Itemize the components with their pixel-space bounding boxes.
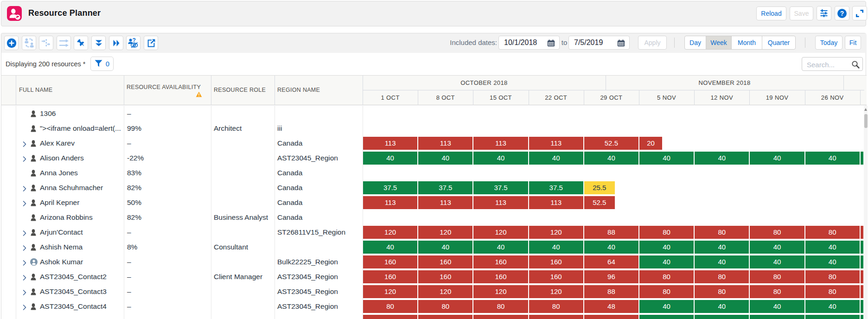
svg-text:?: ?: [840, 10, 844, 17]
